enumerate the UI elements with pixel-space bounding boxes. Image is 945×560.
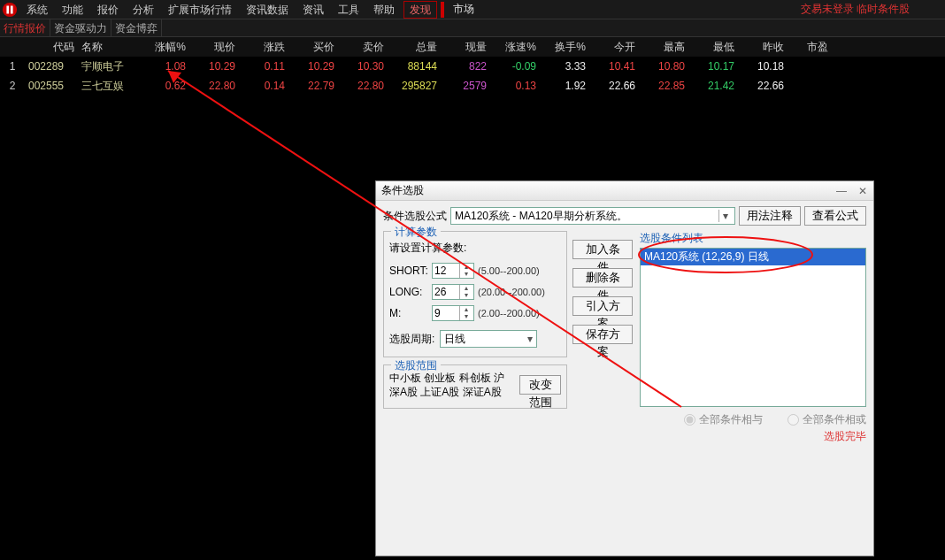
m-label: M: <box>389 307 428 319</box>
cell-prev: 10.18 <box>738 60 788 73</box>
column-header[interactable]: 最低 <box>688 40 738 55</box>
formula-combobox[interactable]: MA120系统 - MA120早期分析系统。 ▾ <box>450 207 735 225</box>
cell-idx: 1 <box>0 60 25 73</box>
menu-item[interactable]: 功能 <box>55 4 90 16</box>
menu-item[interactable]: 系统 <box>19 4 55 16</box>
stock-table: 代码名称涨幅%现价涨跌买价卖价总量现量涨速%换手%今开最高最低昨收市盈 1002… <box>0 37 945 96</box>
tab[interactable]: 资金驱动力 <box>50 19 111 36</box>
long-input[interactable] <box>433 286 459 298</box>
column-header[interactable]: 涨速% <box>490 40 540 55</box>
spin-down-icon[interactable]: ▾ <box>459 292 472 299</box>
m-spinner[interactable]: ▴▾ <box>432 305 474 321</box>
cell-pct: 1.08 <box>140 60 189 73</box>
dialog-titlebar[interactable]: 条件选股 — ✕ <box>376 181 873 201</box>
cell-high: 22.85 <box>639 80 688 92</box>
short-label: SHORT: <box>389 265 428 277</box>
close-icon[interactable]: ✕ <box>852 185 873 197</box>
period-combobox[interactable]: 日线 ▾ <box>440 330 537 348</box>
cell-bid: 10.29 <box>288 60 338 73</box>
column-header[interactable]: 换手% <box>540 40 589 55</box>
market-button[interactable]: 市场 <box>446 2 481 17</box>
discover-button[interactable]: 发现 <box>403 1 437 19</box>
column-header[interactable]: 卖价 <box>338 40 388 55</box>
menu-item[interactable]: 资讯数据 <box>239 4 296 16</box>
menu-item[interactable]: 帮助 <box>366 4 402 16</box>
view-formula-button[interactable]: 查看公式 <box>804 206 866 226</box>
cell-prev: 22.66 <box>738 80 788 92</box>
chevron-down-icon[interactable]: ▾ <box>527 333 533 345</box>
column-header[interactable]: 代码 <box>25 40 78 55</box>
column-header[interactable]: 涨跌 <box>239 40 288 55</box>
radio-and[interactable]: 全部条件相与 <box>684 412 763 427</box>
table-row[interactable]: 1002289宇顺电子1.0810.290.1110.2910.30881448… <box>0 57 945 76</box>
menu-item[interactable]: 分析 <box>126 4 161 16</box>
condition-listbox[interactable]: MA120系统 (12,26,9) 日线 <box>640 248 866 407</box>
menu-item[interactable]: 资讯 <box>296 4 331 16</box>
import-plan-button[interactable]: 引入方案 <box>572 296 633 316</box>
short-spinner[interactable]: ▴▾ <box>432 263 474 279</box>
column-header[interactable]: 涨幅% <box>140 40 189 55</box>
usage-button[interactable]: 用法注释 <box>739 206 801 226</box>
params-legend: 计算参数 <box>391 225 441 240</box>
column-header[interactable]: 现价 <box>189 40 239 55</box>
column-header[interactable]: 名称 <box>78 40 140 55</box>
column-header[interactable]: 最高 <box>639 40 688 55</box>
formula-label: 条件选股公式 <box>383 209 447 224</box>
column-header[interactable]: 今开 <box>589 40 639 55</box>
spin-down-icon[interactable]: ▾ <box>459 271 472 278</box>
app-logo <box>0 0 19 19</box>
radio-or[interactable]: 全部条件相或 <box>788 412 866 427</box>
cell-chg: 0.11 <box>239 60 288 73</box>
cell-idx: 2 <box>0 80 25 92</box>
scope-group: 选股范围 中小板 创业板 科创板 沪深A股 上证A股 深证A股 改变范围 <box>383 364 567 409</box>
table-row[interactable]: 2002555三七互娱0.6222.800.1422.7922.80295827… <box>0 76 945 96</box>
long-label: LONG: <box>389 286 428 298</box>
scope-text: 中小板 创业板 科创板 沪深A股 上证A股 深证A股 <box>389 371 514 399</box>
cell-high: 10.80 <box>639 60 688 73</box>
spin-down-icon[interactable]: ▾ <box>459 313 472 320</box>
chevron-down-icon[interactable]: ▾ <box>718 210 731 222</box>
cell-open: 22.66 <box>589 80 639 92</box>
condition-list-label: 选股条件列表 <box>640 231 866 246</box>
cell-pct: 0.62 <box>140 80 189 92</box>
login-status: 交易未登录 临时条件股 <box>801 2 945 17</box>
change-scope-button[interactable]: 改变范围 <box>519 375 561 395</box>
cell-cur: 822 <box>441 60 490 73</box>
table-header: 代码名称涨幅%现价涨跌买价卖价总量现量涨速%换手%今开最高最低昨收市盈 <box>0 37 945 57</box>
cell-price: 22.80 <box>189 80 239 92</box>
condition-item-selected[interactable]: MA120系统 (12,26,9) 日线 <box>641 249 865 265</box>
cell-name: 三七互娱 <box>78 79 140 94</box>
save-plan-button[interactable]: 保存方案 <box>572 325 633 344</box>
divider <box>441 2 444 18</box>
dialog-title: 条件选股 <box>381 183 424 198</box>
cell-name: 宇顺电子 <box>78 59 140 74</box>
cell-price: 10.29 <box>189 60 239 73</box>
cell-chg: 0.14 <box>239 80 288 92</box>
tab[interactable]: 资金博弈 <box>111 19 162 36</box>
column-header[interactable]: 现量 <box>441 40 490 55</box>
column-header[interactable]: 总量 <box>388 40 441 55</box>
selection-done-label: 选股完毕 <box>640 429 866 444</box>
minimize-icon[interactable]: — <box>831 185 852 197</box>
menu-item[interactable]: 扩展市场行情 <box>161 4 239 16</box>
tab[interactable]: 行情报价 <box>0 19 50 36</box>
menu-item[interactable]: 工具 <box>331 4 366 16</box>
cell-turn: 1.92 <box>540 80 589 92</box>
delete-condition-button[interactable]: 删除条件 <box>572 268 633 288</box>
column-header[interactable]: 昨收 <box>738 40 788 55</box>
menu-item[interactable]: 报价 <box>90 4 126 16</box>
column-header[interactable]: 市盈 <box>788 40 832 55</box>
period-value: 日线 <box>444 332 465 347</box>
cell-turn: 3.33 <box>540 60 589 73</box>
short-input[interactable] <box>433 265 459 277</box>
cell-low: 10.17 <box>688 60 738 73</box>
cell-ask: 10.30 <box>338 60 388 73</box>
add-condition-button[interactable]: 加入条件 <box>572 240 633 259</box>
m-input[interactable] <box>433 307 459 319</box>
params-hint: 请设置计算参数: <box>389 241 561 256</box>
long-spinner[interactable]: ▴▾ <box>432 284 474 300</box>
column-header[interactable]: 买价 <box>288 40 338 55</box>
long-range: (20.00--200.00) <box>478 287 545 297</box>
cell-code: 002289 <box>25 60 78 73</box>
params-group: 计算参数 请设置计算参数: SHORT: ▴▾ (5.00--200.00) L… <box>383 231 567 357</box>
